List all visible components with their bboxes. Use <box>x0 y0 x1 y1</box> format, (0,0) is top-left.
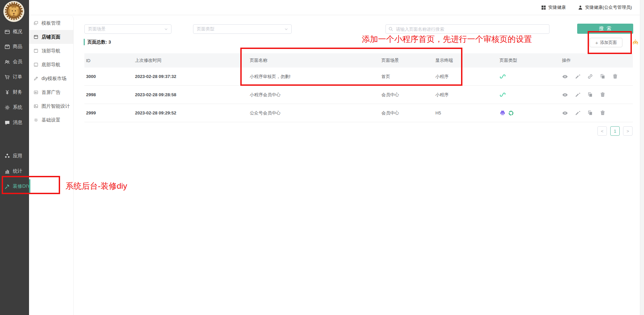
cell-scene: 会员中心 <box>380 110 434 116</box>
cell-terminal: 小程序 <box>434 92 498 98</box>
submenu-item-templates[interactable]: 模板管理 <box>29 16 73 30</box>
notification-bell-icon[interactable] <box>632 38 639 47</box>
annotation-box-add-page <box>588 31 632 54</box>
sidebar-item-overview[interactable]: 概况 <box>0 24 29 39</box>
submenu-item-label: 首屏广告 <box>42 89 60 96</box>
submenu-item-label: 图片智能设计 <box>42 103 70 109</box>
cell-scene: 会员中心 <box>380 92 434 98</box>
cell-terminal: H5 <box>434 110 498 115</box>
cell-id: 3000 <box>84 74 133 79</box>
user-menu[interactable]: 安捷健康(公众号管理员) <box>578 4 632 10</box>
delete-button[interactable] <box>600 110 606 116</box>
link-icon <box>587 74 593 79</box>
submenu-item-basic-settings[interactable]: 基础设置 <box>29 113 73 127</box>
goods-icon <box>4 44 10 50</box>
stats-chart-icon <box>4 168 10 174</box>
submenu-item-image-design[interactable]: 图片智能设计 <box>29 99 73 113</box>
sidebar-item-system[interactable]: 系统 <box>0 100 29 115</box>
submenu-item-label: 店铺页面 <box>42 34 60 40</box>
grid-icon <box>541 5 546 10</box>
edit-button[interactable] <box>575 110 581 116</box>
copy-button[interactable] <box>587 92 593 98</box>
orders-icon <box>4 74 10 80</box>
delete-button[interactable] <box>612 74 618 79</box>
sidebar-item-label: 应用 <box>13 153 22 159</box>
edit-button[interactable] <box>575 74 581 79</box>
sidebar-item-members[interactable]: 会员 <box>0 54 29 69</box>
submenu-panel: 模板管理 店铺页面 顶部导航 底部导航 diy模板市场 首屏广告 图片智能设计 <box>29 15 74 315</box>
cell-page-type <box>498 91 560 98</box>
topbar: 安捷健康 安捷健康(公众号管理员) <box>29 0 644 15</box>
submenu-item-label: 模板管理 <box>42 20 60 26</box>
trash-icon <box>600 92 606 98</box>
submenu-item-nav-bottom[interactable]: 底部导航 <box>29 58 73 72</box>
copy-button[interactable] <box>600 74 606 79</box>
submenu-item-diy-market[interactable]: diy模板市场 <box>29 72 73 85</box>
scrollbar[interactable] <box>640 0 644 315</box>
printer-icon <box>500 110 506 116</box>
copy-icon <box>600 74 606 79</box>
view-button[interactable] <box>562 74 568 80</box>
submenu-item-label: diy模板市场 <box>42 76 66 82</box>
header-id: ID <box>84 58 133 63</box>
header-modified: 上次修改时间 <box>133 57 248 63</box>
header-page-type: 页面类型 <box>498 57 560 63</box>
cell-page-name: 公众号会员中心 <box>248 110 380 116</box>
header-actions: 操作 <box>560 57 633 63</box>
templates-icon <box>33 21 38 26</box>
sidebar-item-message[interactable]: 消息 <box>0 115 29 130</box>
cell-page-type <box>498 110 560 116</box>
page-scene-select[interactable]: 页面场景 <box>84 24 171 34</box>
settings-gear-icon <box>33 117 38 123</box>
view-button[interactable] <box>562 110 568 116</box>
search-icon <box>388 26 394 32</box>
sidebar-item-label: 系统 <box>13 104 22 110</box>
sidebar-item-goods[interactable]: 商品 <box>0 39 29 54</box>
pen-icon <box>33 76 38 81</box>
system-gear-icon <box>4 105 10 110</box>
pencil-icon <box>575 92 581 98</box>
shop-page-icon <box>33 34 38 40</box>
cell-id: 2999 <box>84 110 133 115</box>
next-page-button[interactable]: > <box>623 126 633 136</box>
page-type-select[interactable]: 页面类型 <box>193 24 292 34</box>
page-1-button[interactable]: 1 <box>610 126 620 136</box>
eye-icon <box>562 110 568 116</box>
submenu-item-splash-ad[interactable]: 首屏广告 <box>29 85 73 99</box>
submenu-item-label: 底部导航 <box>42 62 60 68</box>
pencil-icon <box>575 110 581 116</box>
submenu-item-label: 基础设置 <box>42 117 60 123</box>
prev-page-button[interactable]: < <box>597 126 607 136</box>
submenu-item-nav-top[interactable]: 顶部导航 <box>29 44 73 58</box>
sidebar-item-label: 消息 <box>13 120 22 126</box>
nav-bottom-icon <box>33 62 38 67</box>
cell-modified: 2023-02-28 09:29:52 <box>133 110 248 115</box>
submenu-item-shop-pages[interactable]: 店铺页面 <box>29 30 73 44</box>
annotation-note-bottom: 系统后台-装修diy <box>65 181 127 191</box>
sidebar-item-finance[interactable]: 财务 <box>0 85 29 100</box>
miniprogram-icon <box>500 91 506 98</box>
search-input[interactable] <box>385 24 549 34</box>
brand-logo[interactable] <box>3 1 25 22</box>
annotation-box-table <box>240 48 462 86</box>
pagination: < 1 > <box>597 126 633 136</box>
cell-actions <box>560 92 633 98</box>
copy-button[interactable] <box>587 110 593 116</box>
admin-page: 概况 商品 会员 订单 财务 系统 消息 应用 <box>0 0 644 315</box>
sidebar-item-orders[interactable]: 订单 <box>0 70 29 84</box>
annotation-note-top: 添加一个小程序首页，先进行一个审核页的设置 <box>362 34 532 45</box>
edit-button[interactable] <box>575 92 581 98</box>
link-button[interactable] <box>587 74 593 79</box>
org-switcher[interactable]: 安捷健康 <box>541 4 566 10</box>
apps-icon <box>4 153 10 159</box>
delete-button[interactable] <box>600 92 606 98</box>
sidebar-item-label: 商品 <box>13 44 22 50</box>
swirl-icon <box>508 110 514 116</box>
view-button[interactable] <box>562 92 568 98</box>
pencil-icon <box>575 74 581 79</box>
user-name: 安捷健康(公众号管理员) <box>585 4 632 10</box>
sidebar-item-apps[interactable]: 应用 <box>0 149 29 163</box>
cell-page-type <box>498 73 560 80</box>
sidebar-item-label: 财务 <box>13 89 22 95</box>
sidebar-item-label: 会员 <box>13 59 22 65</box>
